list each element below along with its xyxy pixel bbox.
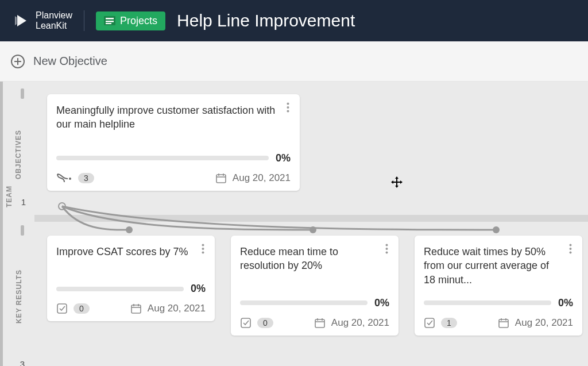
task-icon bbox=[424, 317, 435, 329]
svg-rect-2 bbox=[106, 21, 114, 22]
progress-bar bbox=[56, 156, 269, 160]
progress-bar bbox=[424, 300, 551, 305]
projects-badge[interactable]: Projects bbox=[96, 11, 165, 30]
brand-logo[interactable]: Planview LeanKit bbox=[11, 10, 72, 30]
svg-point-8 bbox=[287, 106, 289, 109]
objective-title: Meaningfully improve customer satisfacti… bbox=[56, 103, 291, 132]
key-result-card[interactable]: Reduce mean time to resolution by 20% 0%… bbox=[231, 236, 399, 336]
vertical-divider bbox=[84, 10, 84, 31]
svg-point-27 bbox=[385, 244, 388, 246]
kebab-icon bbox=[287, 102, 289, 113]
add-objective-button[interactable] bbox=[10, 54, 25, 69]
card-menu-button[interactable] bbox=[281, 101, 294, 114]
svg-point-17 bbox=[310, 226, 316, 233]
app-header: Planview LeanKit Projects Help Line Impr… bbox=[0, 0, 588, 41]
due-date: Aug 20, 2021 bbox=[331, 317, 389, 329]
svg-point-35 bbox=[569, 244, 571, 246]
task-count: 0 bbox=[74, 303, 90, 314]
kr-title: Reduce wait times by 50% from our curren… bbox=[424, 245, 573, 287]
kebab-icon bbox=[202, 244, 204, 254]
task-count: 1 bbox=[441, 318, 457, 328]
due-date: Aug 20, 2021 bbox=[148, 303, 206, 314]
progress-percent: 0% bbox=[558, 297, 573, 309]
due-date: Aug 20, 2021 bbox=[233, 172, 291, 184]
task-icon bbox=[56, 303, 68, 314]
svg-rect-30 bbox=[241, 318, 250, 328]
svg-point-10 bbox=[69, 178, 71, 180]
move-cursor-icon bbox=[390, 176, 403, 188]
progress-percent: 0% bbox=[374, 297, 389, 309]
key-results-rail-label: KEY RESULTS bbox=[15, 269, 23, 323]
toolbar: New Objective bbox=[0, 41, 588, 82]
due-date: Aug 20, 2021 bbox=[515, 317, 573, 329]
brand-line1: Planview bbox=[36, 10, 72, 21]
brand-line2: LeanKit bbox=[36, 21, 72, 31]
key-result-card[interactable]: Improve CSAT scores by 7% 0% 0 Aug 20, 2… bbox=[47, 236, 215, 321]
team-rail-label: TEAM bbox=[5, 186, 13, 207]
svg-point-9 bbox=[287, 110, 289, 113]
lane-divider bbox=[34, 215, 588, 222]
svg-rect-22 bbox=[57, 304, 67, 313]
card-menu-button[interactable] bbox=[380, 242, 393, 255]
svg-rect-11 bbox=[216, 175, 226, 183]
svg-point-29 bbox=[385, 252, 388, 254]
svg-rect-39 bbox=[499, 319, 508, 328]
svg-point-36 bbox=[569, 248, 571, 250]
planview-icon bbox=[11, 11, 30, 30]
plus-circle-icon bbox=[10, 54, 25, 69]
page-title: Help Line Improvement bbox=[177, 11, 355, 30]
calendar-icon bbox=[498, 317, 509, 329]
calendar-icon bbox=[314, 317, 326, 329]
svg-rect-31 bbox=[315, 319, 324, 328]
kr-count-chip: 3 bbox=[16, 357, 29, 366]
rail-tick bbox=[21, 225, 24, 236]
projects-badge-label: Projects bbox=[120, 15, 157, 27]
svg-point-20 bbox=[202, 248, 204, 250]
branch-icon bbox=[56, 173, 72, 183]
progress-bar bbox=[240, 300, 368, 305]
svg-point-21 bbox=[202, 252, 204, 254]
card-menu-button[interactable] bbox=[564, 242, 577, 255]
calendar-icon bbox=[130, 303, 142, 314]
kebab-icon bbox=[569, 244, 572, 254]
svg-point-28 bbox=[385, 248, 388, 250]
okr-canvas: OBJECTIVES TEAM 1 KEY RESULTS 3 Meaningf… bbox=[0, 82, 588, 366]
children-count: 3 bbox=[78, 173, 94, 183]
objective-card[interactable]: Meaningfully improve customer satisfacti… bbox=[47, 94, 300, 191]
team-count-chip: 1 bbox=[17, 195, 30, 208]
progress-bar bbox=[56, 287, 184, 291]
svg-point-37 bbox=[569, 252, 571, 254]
progress-percent: 0% bbox=[191, 283, 206, 295]
task-count: 0 bbox=[257, 318, 273, 328]
kr-title: Reduce mean time to resolution by 20% bbox=[240, 245, 389, 273]
svg-rect-3 bbox=[106, 23, 111, 24]
card-menu-button[interactable] bbox=[196, 242, 209, 255]
kebab-icon bbox=[385, 244, 388, 254]
new-objective-label: New Objective bbox=[33, 55, 107, 68]
progress-percent: 0% bbox=[276, 152, 291, 164]
objectives-rail-label: OBJECTIVES bbox=[15, 130, 23, 179]
svg-point-7 bbox=[287, 103, 289, 105]
svg-point-18 bbox=[493, 226, 500, 233]
kr-title: Improve CSAT scores by 7% bbox=[56, 245, 206, 259]
projects-icon bbox=[104, 16, 115, 25]
key-result-card[interactable]: Reduce wait times by 50% from our curren… bbox=[415, 236, 582, 336]
svg-point-19 bbox=[202, 244, 204, 246]
svg-rect-38 bbox=[425, 318, 434, 328]
svg-rect-23 bbox=[131, 305, 141, 313]
svg-rect-1 bbox=[106, 18, 114, 20]
task-icon bbox=[240, 317, 252, 329]
svg-point-16 bbox=[126, 226, 133, 233]
calendar-icon bbox=[215, 172, 227, 184]
svg-point-15 bbox=[59, 203, 65, 210]
side-rail: OBJECTIVES TEAM 1 KEY RESULTS 3 bbox=[0, 82, 34, 366]
